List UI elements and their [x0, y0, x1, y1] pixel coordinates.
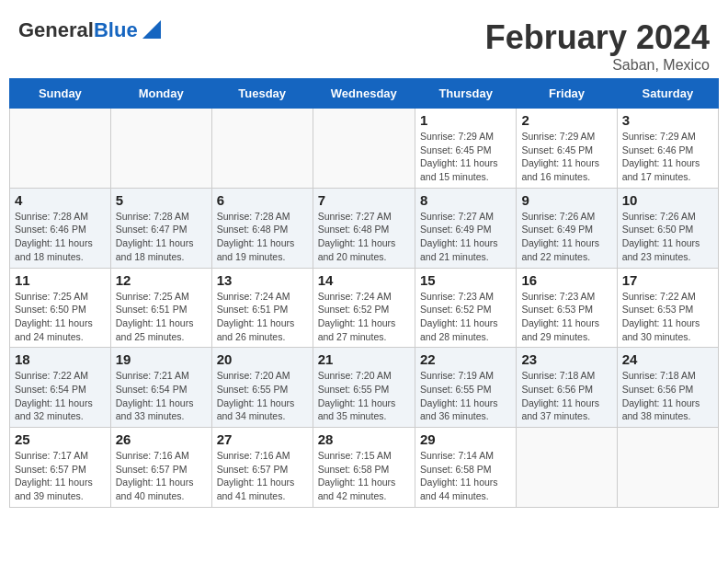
calendar-cell: 4Sunrise: 7:28 AM Sunset: 6:46 PM Daylig…: [10, 188, 111, 268]
calendar-header-row: SundayMondayTuesdayWednesdayThursdayFrid…: [10, 79, 719, 109]
calendar-cell: 14Sunrise: 7:24 AM Sunset: 6:52 PM Dayli…: [313, 268, 415, 348]
day-info: Sunrise: 7:25 AM Sunset: 6:50 PM Dayligh…: [15, 290, 106, 344]
day-info: Sunrise: 7:16 AM Sunset: 6:57 PM Dayligh…: [217, 449, 308, 503]
calendar-cell: 8Sunrise: 7:27 AM Sunset: 6:49 PM Daylig…: [415, 188, 516, 268]
day-number: 29: [420, 431, 511, 447]
calendar-cell: 20Sunrise: 7:20 AM Sunset: 6:55 PM Dayli…: [211, 348, 313, 428]
calendar-cell: 9Sunrise: 7:26 AM Sunset: 6:49 PM Daylig…: [517, 188, 617, 268]
day-number: 22: [420, 351, 511, 367]
day-info: Sunrise: 7:15 AM Sunset: 6:58 PM Dayligh…: [318, 449, 410, 503]
header-friday: Friday: [517, 79, 617, 109]
calendar-cell: 15Sunrise: 7:23 AM Sunset: 6:52 PM Dayli…: [415, 268, 516, 348]
calendar-cell: 22Sunrise: 7:19 AM Sunset: 6:55 PM Dayli…: [415, 348, 516, 428]
day-info: Sunrise: 7:17 AM Sunset: 6:57 PM Dayligh…: [15, 449, 106, 503]
day-info: Sunrise: 7:21 AM Sunset: 6:54 PM Dayligh…: [116, 369, 207, 423]
day-number: 27: [217, 431, 308, 447]
calendar-cell: 13Sunrise: 7:24 AM Sunset: 6:51 PM Dayli…: [211, 268, 313, 348]
day-info: Sunrise: 7:16 AM Sunset: 6:57 PM Dayligh…: [116, 449, 207, 503]
day-number: 5: [116, 192, 207, 208]
week-row-0: 1Sunrise: 7:29 AM Sunset: 6:45 PM Daylig…: [10, 109, 719, 189]
day-info: Sunrise: 7:29 AM Sunset: 6:46 PM Dayligh…: [622, 130, 713, 184]
title-block: February 2024 Saban, Mexico: [485, 18, 710, 74]
week-row-1: 4Sunrise: 7:28 AM Sunset: 6:46 PM Daylig…: [10, 188, 719, 268]
day-info: Sunrise: 7:23 AM Sunset: 6:53 PM Dayligh…: [521, 290, 611, 344]
day-number: 20: [217, 351, 308, 367]
logo: GeneralBlue: [18, 18, 161, 50]
day-info: Sunrise: 7:14 AM Sunset: 6:58 PM Dayligh…: [420, 449, 511, 503]
day-number: 25: [15, 431, 106, 447]
calendar-cell: 23Sunrise: 7:18 AM Sunset: 6:56 PM Dayli…: [517, 348, 617, 428]
day-info: Sunrise: 7:27 AM Sunset: 6:48 PM Dayligh…: [318, 210, 410, 264]
calendar-cell: 6Sunrise: 7:28 AM Sunset: 6:48 PM Daylig…: [211, 188, 313, 268]
header-tuesday: Tuesday: [211, 79, 313, 109]
calendar-cell: [517, 428, 617, 508]
calendar-cell: 11Sunrise: 7:25 AM Sunset: 6:50 PM Dayli…: [10, 268, 111, 348]
day-number: 18: [15, 351, 106, 367]
day-number: 2: [521, 112, 611, 128]
day-number: 12: [116, 272, 207, 288]
day-info: Sunrise: 7:27 AM Sunset: 6:49 PM Dayligh…: [420, 210, 511, 264]
day-info: Sunrise: 7:28 AM Sunset: 6:47 PM Dayligh…: [116, 210, 207, 264]
calendar-cell: [110, 109, 211, 189]
calendar-cell: 16Sunrise: 7:23 AM Sunset: 6:53 PM Dayli…: [517, 268, 617, 348]
day-info: Sunrise: 7:20 AM Sunset: 6:55 PM Dayligh…: [217, 369, 308, 423]
calendar-cell: 3Sunrise: 7:29 AM Sunset: 6:46 PM Daylig…: [617, 109, 718, 189]
header-saturday: Saturday: [617, 79, 718, 109]
calendar-cell: 24Sunrise: 7:18 AM Sunset: 6:56 PM Dayli…: [617, 348, 718, 428]
day-number: 3: [622, 112, 713, 128]
day-info: Sunrise: 7:25 AM Sunset: 6:51 PM Dayligh…: [116, 290, 207, 344]
week-row-3: 18Sunrise: 7:22 AM Sunset: 6:54 PM Dayli…: [10, 348, 719, 428]
calendar-cell: 5Sunrise: 7:28 AM Sunset: 6:47 PM Daylig…: [110, 188, 211, 268]
logo-general: General: [18, 18, 94, 41]
month-title: February 2024: [485, 18, 710, 57]
day-info: Sunrise: 7:26 AM Sunset: 6:49 PM Dayligh…: [521, 210, 611, 264]
day-info: Sunrise: 7:23 AM Sunset: 6:52 PM Dayligh…: [420, 290, 511, 344]
day-number: 16: [521, 272, 611, 288]
day-number: 6: [217, 192, 308, 208]
calendar-cell: 28Sunrise: 7:15 AM Sunset: 6:58 PM Dayli…: [313, 428, 415, 508]
header-monday: Monday: [110, 79, 211, 109]
day-info: Sunrise: 7:28 AM Sunset: 6:48 PM Dayligh…: [217, 210, 308, 264]
calendar-cell: [617, 428, 718, 508]
calendar-cell: 26Sunrise: 7:16 AM Sunset: 6:57 PM Dayli…: [110, 428, 211, 508]
calendar-cell: 29Sunrise: 7:14 AM Sunset: 6:58 PM Dayli…: [415, 428, 516, 508]
week-row-4: 25Sunrise: 7:17 AM Sunset: 6:57 PM Dayli…: [10, 428, 719, 508]
calendar-table: SundayMondayTuesdayWednesdayThursdayFrid…: [9, 78, 719, 508]
day-number: 8: [420, 192, 511, 208]
day-info: Sunrise: 7:24 AM Sunset: 6:51 PM Dayligh…: [217, 290, 308, 344]
day-info: Sunrise: 7:20 AM Sunset: 6:55 PM Dayligh…: [318, 369, 410, 423]
logo-blue: Blue: [94, 18, 138, 41]
svg-marker-0: [142, 20, 161, 39]
day-info: Sunrise: 7:18 AM Sunset: 6:56 PM Dayligh…: [622, 369, 713, 423]
day-info: Sunrise: 7:22 AM Sunset: 6:54 PM Dayligh…: [15, 369, 106, 423]
calendar-cell: 19Sunrise: 7:21 AM Sunset: 6:54 PM Dayli…: [110, 348, 211, 428]
calendar-cell: 25Sunrise: 7:17 AM Sunset: 6:57 PM Dayli…: [10, 428, 111, 508]
calendar-cell: 12Sunrise: 7:25 AM Sunset: 6:51 PM Dayli…: [110, 268, 211, 348]
calendar-cell: 21Sunrise: 7:20 AM Sunset: 6:55 PM Dayli…: [313, 348, 415, 428]
day-number: 11: [15, 272, 106, 288]
calendar-cell: 2Sunrise: 7:29 AM Sunset: 6:45 PM Daylig…: [517, 109, 617, 189]
logo-icon: [142, 20, 161, 39]
day-number: 7: [318, 192, 410, 208]
day-number: 21: [318, 351, 410, 367]
calendar-cell: [10, 109, 111, 189]
header-wednesday: Wednesday: [313, 79, 415, 109]
day-number: 9: [521, 192, 611, 208]
day-info: Sunrise: 7:24 AM Sunset: 6:52 PM Dayligh…: [318, 290, 410, 344]
day-number: 15: [420, 272, 511, 288]
calendar-cell: 1Sunrise: 7:29 AM Sunset: 6:45 PM Daylig…: [415, 109, 516, 189]
day-number: 24: [622, 351, 713, 367]
day-number: 26: [116, 431, 207, 447]
day-info: Sunrise: 7:26 AM Sunset: 6:50 PM Dayligh…: [622, 210, 713, 264]
calendar-cell: 18Sunrise: 7:22 AM Sunset: 6:54 PM Dayli…: [10, 348, 111, 428]
day-number: 28: [318, 431, 410, 447]
location-title: Saban, Mexico: [485, 57, 710, 74]
day-number: 1: [420, 112, 511, 128]
day-info: Sunrise: 7:29 AM Sunset: 6:45 PM Dayligh…: [420, 130, 511, 184]
calendar-cell: 10Sunrise: 7:26 AM Sunset: 6:50 PM Dayli…: [617, 188, 718, 268]
day-info: Sunrise: 7:28 AM Sunset: 6:46 PM Dayligh…: [15, 210, 106, 264]
day-number: 14: [318, 272, 410, 288]
calendar-cell: [211, 109, 313, 189]
calendar-cell: 27Sunrise: 7:16 AM Sunset: 6:57 PM Dayli…: [211, 428, 313, 508]
day-info: Sunrise: 7:18 AM Sunset: 6:56 PM Dayligh…: [521, 369, 611, 423]
